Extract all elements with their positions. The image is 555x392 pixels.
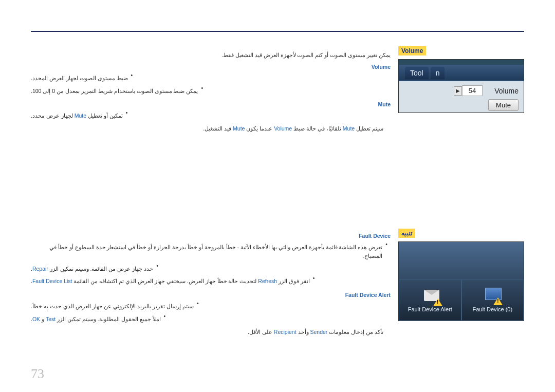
- inline-volume: Volume: [274, 125, 292, 132]
- fd-bullet-2: حدد جهاز عرض من القائمة. وسيتم تمكين الز…: [31, 265, 153, 273]
- content-alert: Fault Device •تعرض هذه الشاشة قائمة بأجه…: [31, 229, 391, 339]
- inline-mute: Mute: [75, 113, 86, 119]
- text: و: [40, 316, 46, 322]
- bullet-icon: •: [156, 263, 158, 275]
- label-volume: Volume: [31, 64, 391, 70]
- volume-value[interactable]: 54: [462, 85, 483, 96]
- text: على الأقل.: [248, 329, 274, 335]
- volume-increment-button[interactable]: ▶: [454, 86, 462, 96]
- mute-bullet-1: تمكين أو تعطيل Mute لجهاز عرض محدد.: [31, 111, 123, 120]
- fault-device-icon: [483, 288, 502, 304]
- inline-mute: Mute: [233, 125, 245, 132]
- bullet-icon: •: [197, 300, 199, 313]
- inline-repair: Repair: [32, 266, 48, 272]
- text: وأحد: [297, 329, 310, 335]
- fault-device-cell[interactable]: Fault Device (0): [461, 279, 524, 321]
- text: عندما يكون: [245, 125, 274, 132]
- fault-device-label: Fault Device (0): [472, 306, 512, 312]
- section-title-volume: Volume: [398, 46, 426, 55]
- fda-bullet-3: تأكد من إدخال معلومات Sender وأحد Recipi…: [31, 328, 391, 337]
- fault-alert-icon: [421, 288, 439, 304]
- section-title-alert: تنبيه: [398, 229, 415, 238]
- fda-bullet-1: سيتم إرسال تقرير بالبريد الإلكتروني عن ج…: [31, 302, 194, 311]
- volume-bullet-2: يمكن ضبط مستوى الصوت باستخدام شريط التمر…: [31, 87, 198, 96]
- screenshot-volume-panel: n Tool Volume 54 ▶ Mute: [398, 59, 524, 113]
- sidebar-section-alert: تنبيه Fault Device (0) Fault Device Aler…: [398, 229, 524, 321]
- text: قيد التشغيل.: [203, 125, 233, 132]
- label-fault-device: Fault Device: [31, 233, 391, 239]
- text: املأ جميع الحقول المطلوبة. وسيتم تمكين ا…: [55, 316, 160, 322]
- fault-device-alert-cell[interactable]: Fault Device Alert: [399, 279, 461, 321]
- inline-recipient: Recipient: [274, 329, 297, 335]
- fda-bullet-2: املأ جميع الحقول المطلوبة. وسيتم تمكين ا…: [31, 315, 161, 324]
- inline-sender: Sender: [310, 329, 327, 335]
- inline-test: Test: [46, 316, 55, 322]
- text: لتحديث حالة خطأ جهاز العرض. سيختفي جهاز …: [72, 278, 258, 284]
- bullet-icon: •: [313, 275, 315, 288]
- volume-row: Volume 54 ▶: [404, 85, 519, 96]
- page-number: 73: [31, 366, 44, 382]
- mute-button[interactable]: Mute: [488, 99, 519, 111]
- text: تمكين أو تعطيل: [86, 113, 123, 119]
- text: تلقائيًا، في حالة ضبط: [292, 125, 343, 132]
- intro-text: يمكن تغيير مستوى الصوت أو كتم الصوت لأجه…: [31, 51, 391, 60]
- label-fault-device-alert: Fault Device Alert: [31, 292, 391, 298]
- fd-bullet-3: انقر فوق الزر Refresh لتحديث حالة خطأ جه…: [31, 277, 310, 286]
- bullet-icon: •: [385, 241, 387, 263]
- page: Volume n Tool Volume 54 ▶ Mute يمكن تغيي…: [0, 0, 555, 392]
- text: حدد جهاز عرض من القائمة. وسيتم تمكين الز…: [48, 266, 153, 272]
- fd-bullet-1: تعرض هذه الشاشة قائمة بأجهزة العرض والتي…: [31, 243, 382, 260]
- text: سيتم تعطيل: [355, 125, 383, 132]
- bullet-icon: •: [164, 313, 166, 326]
- inline-refresh: Refresh: [258, 278, 277, 284]
- volume-bullet-1: ضبط مستوى الصوت لجهاز العرض المحدد.: [31, 74, 128, 83]
- tabbar: n Tool: [399, 65, 524, 81]
- bullet-icon: •: [126, 109, 128, 122]
- screenshot-fault-panel: Fault Device (0) Fault Device Alert: [398, 241, 524, 321]
- inline-faultdevlist: Fault Device List: [32, 278, 72, 284]
- inline-mute: Mute: [343, 125, 355, 132]
- sidebar-section-volume: Volume n Tool Volume 54 ▶ Mute: [398, 46, 524, 113]
- warning-triangle-icon: [433, 298, 442, 306]
- text: تأكد من إدخال معلومات: [327, 329, 383, 335]
- label-mute: Mute: [31, 101, 391, 107]
- volume-panel-body: Volume 54 ▶ Mute: [399, 81, 524, 113]
- tab-partial[interactable]: n: [431, 67, 445, 79]
- mute-bullet-2: سيتم تعطيل Mute تلقائيًا، في حالة ضبط Vo…: [31, 124, 391, 133]
- bullet-icon: •: [131, 72, 133, 85]
- warning-triangle-icon: [493, 297, 503, 305]
- content-volume: يمكن تغيير مستوى الصوت أو كتم الصوت لأجه…: [31, 49, 391, 135]
- text: لجهاز عرض محدد.: [31, 113, 75, 119]
- inline-ok: OK: [32, 316, 40, 322]
- volume-label: Volume: [483, 87, 519, 95]
- fault-alert-label: Fault Device Alert: [408, 306, 452, 312]
- text: انقر فوق الزر: [277, 278, 310, 284]
- header-divider: [31, 31, 524, 32]
- tab-tool[interactable]: Tool: [405, 67, 429, 79]
- mute-row: Mute: [404, 99, 519, 111]
- bullet-icon: •: [201, 85, 203, 98]
